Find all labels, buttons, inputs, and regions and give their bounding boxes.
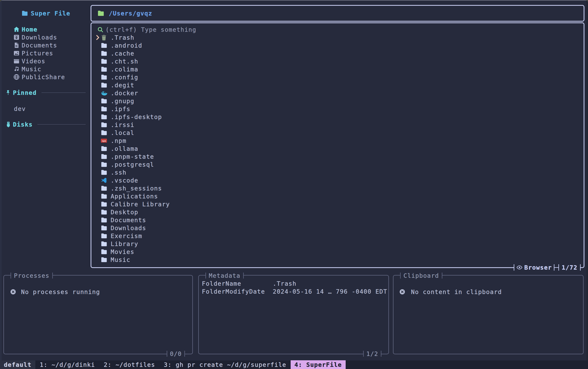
file-row[interactable]: npm.npm <box>91 137 584 145</box>
file-name: .ipfs-desktop <box>111 113 162 120</box>
npm-icon: npm <box>101 137 107 144</box>
pinned-item-dev[interactable]: dev <box>14 105 26 113</box>
folder-icon <box>101 256 107 263</box>
file-row[interactable]: Music <box>91 256 584 264</box>
file-row[interactable]: .local <box>91 129 584 137</box>
file-name: .ipfs <box>111 106 130 112</box>
tmux-window-2[interactable]: 2: ~/dotfiles <box>104 361 155 368</box>
file-row[interactable]: .ipfs <box>91 105 584 113</box>
file-name: .docker <box>111 90 138 97</box>
search-bar[interactable]: (ctrl+f) Type something <box>91 26 584 33</box>
window-left-edge <box>0 0 2 369</box>
tmux-window-3[interactable]: 3: gh pr create ~/d/g/superfile <box>164 361 286 368</box>
clipboard-panel: Clipboard No content in clipboard <box>393 275 584 354</box>
file-row[interactable]: .config <box>91 73 584 81</box>
file-name: .cache <box>111 50 134 57</box>
disks-separator <box>37 124 86 125</box>
file-row[interactable]: .ssh <box>91 169 584 176</box>
processes-counter: 0/0 <box>167 350 184 357</box>
file-row[interactable]: .cache <box>91 50 584 57</box>
sidebar-item-publicshare[interactable]: PublicShare <box>13 73 20 81</box>
tmux-window-1[interactable]: 1: ~/d/g/dinki <box>40 361 95 368</box>
panel-mode-label: Browser <box>524 264 552 271</box>
sidebar-item-pictures[interactable]: Pictures <box>13 49 20 57</box>
file-name: Desktop <box>111 209 138 216</box>
file-row[interactable]: Movies <box>91 248 584 256</box>
folder-icon <box>101 58 107 65</box>
file-row[interactable]: Downloads <box>91 224 584 232</box>
file-row[interactable]: .vscode <box>91 176 584 184</box>
processes-empty-label: No processes running <box>21 289 100 295</box>
clipboard-empty-label: No content in clipboard <box>411 289 502 295</box>
sidebar-item-music[interactable]: Music <box>13 65 20 73</box>
file-panel-footer: Browser 1/72 <box>514 263 581 271</box>
file-name: .ollama <box>111 145 138 152</box>
file-row[interactable]: .docker <box>91 89 584 97</box>
processes-title: Processes <box>11 272 52 279</box>
file-row[interactable]: .pnpm-state <box>91 153 584 160</box>
processes-counter-tab: 0/0 <box>167 350 185 358</box>
pinned-section-label: Pinned <box>13 89 37 96</box>
sidebar-item-label: Music <box>22 66 41 73</box>
folder-icon <box>101 106 107 112</box>
sidebar-item-videos[interactable]: Videos <box>13 57 20 65</box>
file-row[interactable]: .cht.sh <box>91 57 584 65</box>
tmux-session-name[interactable]: default <box>0 360 35 369</box>
tmux-window-list: 1: ~/d/g/dinki2: ~/dotfiles3: gh pr crea… <box>35 360 346 369</box>
clipboard-title: Clipboard <box>401 272 442 279</box>
metadata-key: FolderName <box>202 280 241 287</box>
file-row[interactable]: Library <box>91 240 584 248</box>
path-bar[interactable]: /Users/gvqz <box>91 5 584 22</box>
clipboard-empty-state: No content in clipboard <box>394 288 583 296</box>
file-name: .irssi <box>111 121 134 128</box>
window-top-edge <box>0 0 588 0</box>
file-row[interactable]: .zsh_sessions <box>91 184 584 192</box>
file-row[interactable]: .ollama <box>91 145 584 153</box>
file-row[interactable]: .android <box>91 41 584 50</box>
folder-icon <box>101 66 107 73</box>
folder-icon <box>101 225 107 231</box>
file-row[interactable]: Desktop <box>91 208 584 216</box>
footer-tick <box>580 264 581 271</box>
folder-icon <box>101 42 107 49</box>
pinned-separator <box>42 92 86 93</box>
file-name: .pnpm-state <box>111 153 154 160</box>
title-tick <box>52 273 53 279</box>
file-row[interactable]: .gnupg <box>91 97 584 105</box>
sidebar-item-documents[interactable]: Documents <box>13 41 20 49</box>
file-row[interactable]: .irssi <box>91 121 584 129</box>
folder-icon <box>101 145 107 152</box>
footer-tick <box>514 264 514 271</box>
file-name: Movies <box>111 248 134 255</box>
footer-line-segment <box>555 267 558 268</box>
file-name: Music <box>111 256 130 263</box>
folder-icon <box>101 185 107 192</box>
file-row[interactable]: .degit <box>91 81 584 89</box>
pin-icon <box>5 90 11 96</box>
file-row[interactable]: .colima <box>91 65 584 73</box>
file-row[interactable]: .ipfs-desktop <box>91 113 584 121</box>
circle-x-icon <box>10 289 17 295</box>
file-name: .vscode <box>111 177 138 184</box>
file-row[interactable]: Calibre Library <box>91 200 584 208</box>
file-row[interactable]: .postgresql <box>91 160 584 169</box>
sidebar-item-home[interactable]: Home <box>13 25 20 33</box>
pinned-item-label: dev <box>14 105 26 112</box>
folder-icon <box>101 232 107 239</box>
file-row[interactable]: Exercism <box>91 232 584 240</box>
file-name: Applications <box>111 193 158 200</box>
folder-icon <box>101 209 107 215</box>
file-row[interactable]: .Trash <box>91 33 584 41</box>
sidebar-item-label: Pictures <box>22 50 53 57</box>
file-browser-panel: (ctrl+f) Type something .Trash.android.c… <box>91 22 584 268</box>
folder-icon <box>101 153 107 160</box>
folder-icon <box>101 98 107 104</box>
tmux-window-4-active[interactable]: 4: SuperFile <box>291 360 346 369</box>
file-name: Library <box>111 240 138 247</box>
file-row[interactable]: Documents <box>91 216 584 224</box>
sidebar-item-label: Downloads <box>22 34 57 41</box>
file-name: .gnupg <box>111 98 134 105</box>
file-row[interactable]: Applications <box>91 192 584 200</box>
sidebar-item-label: Home <box>22 26 38 33</box>
sidebar-item-downloads[interactable]: Downloads <box>13 33 20 41</box>
